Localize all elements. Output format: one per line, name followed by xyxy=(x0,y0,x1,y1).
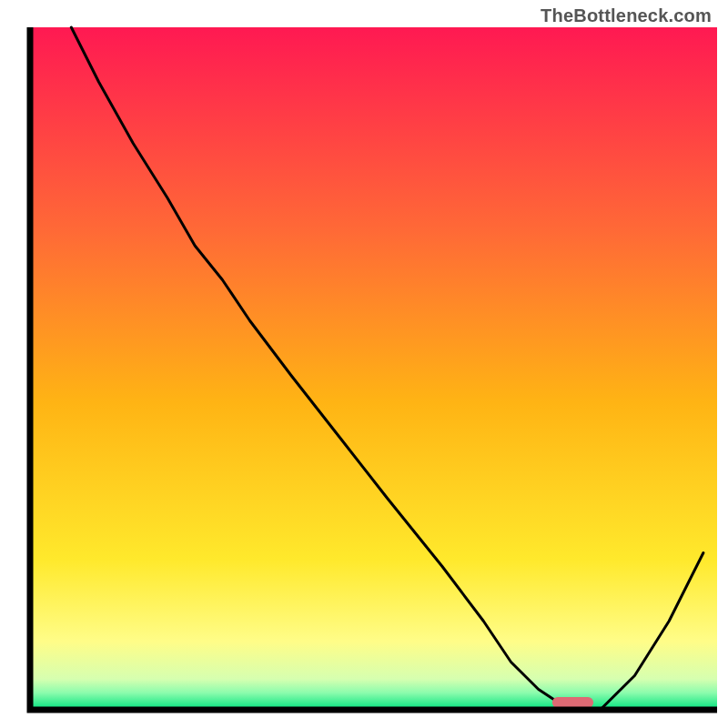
plot-area xyxy=(30,27,717,710)
gradient-background xyxy=(30,27,717,710)
bottleneck-chart xyxy=(0,0,728,728)
optimal-marker xyxy=(552,697,593,708)
chart-container: TheBottleneck.com xyxy=(0,0,728,728)
watermark-text: TheBottleneck.com xyxy=(541,5,712,26)
